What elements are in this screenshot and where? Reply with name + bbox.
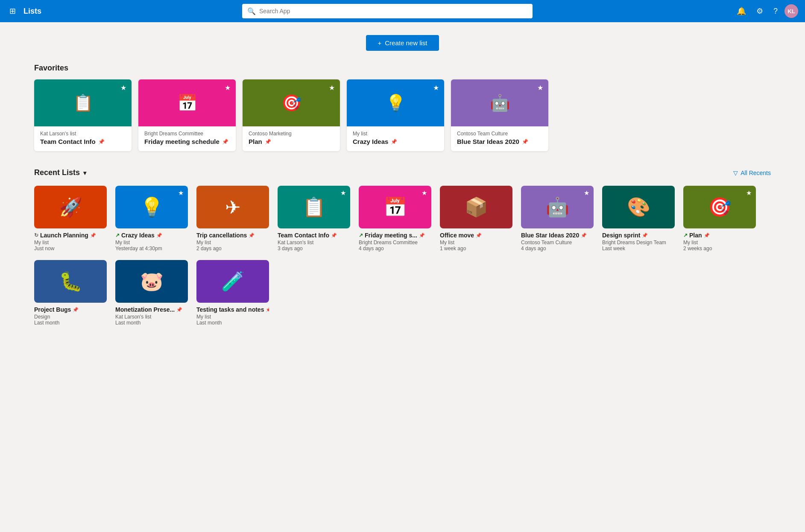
recent-card[interactable]: 📦 Office move 📌 My list 1 week ago [440, 186, 512, 251]
star-icon[interactable]: ★ [340, 189, 346, 197]
list-icon: 🤖 [546, 196, 569, 218]
recent-card[interactable]: 🎨 Design sprint 📌 Bright Dreams Design T… [602, 186, 675, 251]
recent-card[interactable]: ★ 🤖 Blue Star Ideas 2020 📌 Contoso Team … [521, 186, 594, 251]
favorite-card[interactable]: ★ 🤖 Contoso Team Culture Blue Star Ideas… [451, 79, 548, 151]
recent-card-time: 4 days ago [521, 246, 546, 251]
recent-card-thumbnail: ★ 📅 [359, 186, 431, 228]
recent-card-owner: My list [34, 240, 49, 246]
recent-card-thumbnail: 🐷 [115, 260, 188, 303]
search-bar: 🔍 [242, 4, 533, 18]
nav-icons: 🔔 ⚙ ? KL [733, 4, 798, 18]
favorites-grid: ★ 📋 Kat Larson's list Team Contact Info … [34, 79, 771, 151]
recent-card-name: Monetization Prese... 📌 [115, 306, 182, 313]
recent-card-name: Trip cancellations 📌 [196, 232, 255, 239]
recent-card[interactable]: ★ 🎯 ↗Plan 📌 My list 2 weeks ago [683, 186, 756, 251]
pin-icon: 📌 [522, 139, 528, 145]
chevron-down-icon: ▾ [83, 170, 86, 176]
fav-card-owner: Contoso Marketing [249, 131, 334, 137]
fav-card-owner: Kat Larson's list [40, 131, 126, 137]
star-icon[interactable]: ★ [225, 84, 231, 92]
favorites-section: Favorites ★ 📋 Kat Larson's list Team Con… [34, 64, 771, 151]
recent-card-time: 1 week ago [440, 246, 466, 251]
search-icon: 🔍 [247, 7, 256, 15]
recent-card-owner: Bright Dreams Design Team [602, 240, 666, 246]
recent-card[interactable]: 🐛 Project Bugs 📌 Design Last month [34, 260, 107, 326]
recent-card[interactable]: 🐷 Monetization Prese... 📌 Kat Larson's l… [115, 260, 188, 326]
recent-card[interactable]: ★ 📅 ↗Friday meeting s... 📌 Bright Dreams… [359, 186, 431, 251]
list-icon: 🚀 [59, 196, 82, 218]
fav-card-name: Team Contact Info 📌 [40, 138, 126, 145]
favorite-card[interactable]: ★ 📋 Kat Larson's list Team Contact Info … [34, 79, 132, 151]
pin-icon: 📌 [331, 233, 337, 238]
star-icon[interactable]: ★ [746, 189, 752, 197]
all-recents-filter[interactable]: ▽ All Recents [733, 170, 771, 176]
fav-card-name: Friday meeting schedule 📌 [144, 138, 230, 145]
create-new-list-button[interactable]: + Create new list [366, 35, 439, 51]
recent-card[interactable]: ★ 💡 ↗Crazy Ideas 📌 My list Yesterday at … [115, 186, 188, 251]
recent-card-name: Design sprint 📌 [602, 232, 648, 239]
search-input[interactable] [259, 8, 527, 15]
list-icon: 🎨 [627, 196, 650, 218]
recent-card-owner: My list [196, 314, 211, 320]
recent-card-thumbnail: ★ 📋 [278, 186, 350, 228]
fav-card-thumbnail: ★ 📅 [138, 79, 236, 126]
recent-card-owner: My list [683, 240, 698, 246]
favorite-card[interactable]: ★ 💡 My list Crazy Ideas 📌 [347, 79, 444, 151]
recent-card-name: ↻Launch Planning 📌 [34, 232, 96, 239]
recent-card[interactable]: ✈ Trip cancellations 📌 My list 2 days ag… [196, 186, 269, 251]
star-icon[interactable]: ★ [178, 189, 184, 197]
recent-card-time: 2 days ago [196, 246, 222, 251]
list-icon: 🎯 [708, 196, 732, 218]
recent-card-name: Testing tasks and notes 📌 [196, 306, 269, 313]
recent-card-name: Project Bugs 📌 [34, 306, 79, 313]
star-icon[interactable]: ★ [584, 189, 589, 197]
recent-lists-title[interactable]: Recent Lists ▾ [34, 168, 86, 177]
fav-card-info: Kat Larson's list Team Contact Info 📌 [34, 126, 132, 151]
waffle-menu[interactable]: ⊞ [7, 4, 18, 18]
list-icon: 📦 [465, 196, 488, 218]
fav-card-info: My list Crazy Ideas 📌 [347, 126, 444, 151]
recent-card-owner: Contoso Team Culture [521, 240, 572, 246]
recent-grid: 🚀 ↻Launch Planning 📌 My list Just now ★ … [34, 186, 771, 326]
pin-icon: 📌 [249, 233, 255, 238]
loading-icon: ↻ [34, 232, 38, 238]
star-icon[interactable]: ★ [537, 84, 543, 92]
recent-card-thumbnail: ★ 🤖 [521, 186, 594, 228]
help-icon[interactable]: ? [770, 5, 781, 18]
favorite-card[interactable]: ★ 🎯 Contoso Marketing Plan 📌 [243, 79, 340, 151]
fav-card-info: Bright Dreams Committee Friday meeting s… [138, 126, 236, 151]
list-icon: 📅 [383, 196, 407, 218]
recent-card-thumbnail: ✈ [196, 186, 269, 228]
pin-icon: 📌 [73, 307, 79, 313]
recent-card-thumbnail: 🐛 [34, 260, 107, 303]
recent-card[interactable]: 🚀 ↻Launch Planning 📌 My list Just now [34, 186, 107, 251]
list-icon: 🧪 [221, 270, 245, 292]
recent-card-thumbnail: 🧪 [196, 260, 269, 303]
favorite-card[interactable]: ★ 📅 Bright Dreams Committee Friday meeti… [138, 79, 236, 151]
fav-card-owner: My list [353, 131, 438, 137]
list-icon: ✈ [225, 196, 241, 218]
list-icon: 💡 [386, 94, 406, 112]
notifications-icon[interactable]: 🔔 [733, 5, 749, 18]
recent-card-name: Blue Star Ideas 2020 📌 [521, 232, 587, 239]
recent-card[interactable]: ★ 📋 Team Contact Info 📌 Kat Larson's lis… [278, 186, 350, 251]
pin-icon: 📌 [419, 233, 425, 238]
recent-card-thumbnail: ★ 🎯 [683, 186, 756, 228]
settings-icon[interactable]: ⚙ [753, 5, 767, 18]
fav-card-owner: Contoso Team Culture [457, 131, 542, 137]
list-icon: 🎯 [281, 94, 302, 112]
star-icon[interactable]: ★ [422, 189, 427, 197]
recent-card[interactable]: 🧪 Testing tasks and notes 📌 My list Last… [196, 260, 269, 326]
pin-icon: 📌 [704, 233, 710, 238]
recent-card-time: 2 weeks ago [683, 246, 712, 251]
star-icon[interactable]: ★ [120, 84, 126, 92]
pin-icon: 📌 [156, 233, 162, 238]
pin-icon: 📌 [222, 139, 228, 145]
recent-card-time: Last month [115, 320, 141, 326]
top-navigation: ⊞ Lists 🔍 🔔 ⚙ ? KL [0, 0, 805, 22]
avatar[interactable]: KL [785, 4, 798, 18]
star-icon[interactable]: ★ [433, 84, 439, 92]
recent-card-thumbnail: 🎨 [602, 186, 675, 228]
star-icon[interactable]: ★ [329, 84, 335, 92]
recent-card-owner: My list [196, 240, 211, 246]
